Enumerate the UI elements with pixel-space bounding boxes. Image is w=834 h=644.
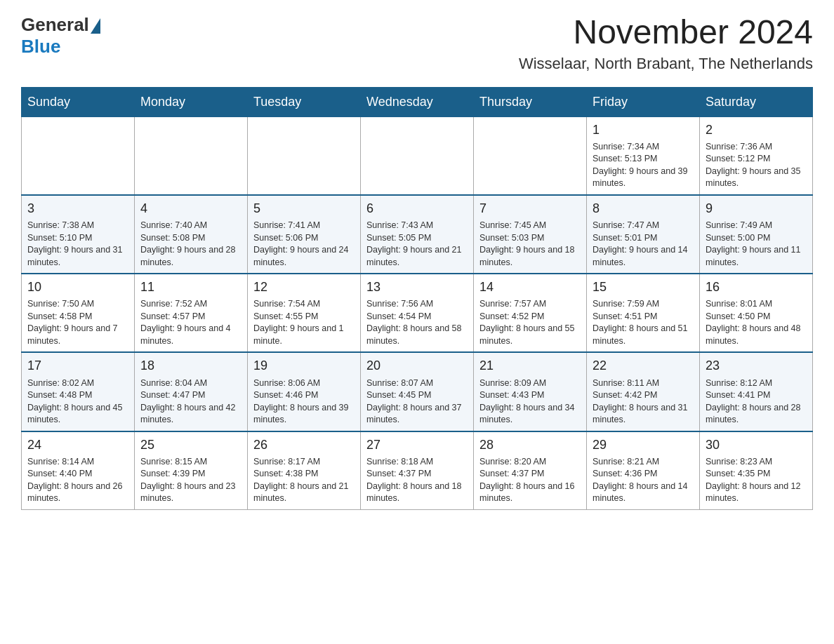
title-block: November 2024 Wisselaar, North Brabant, …: [519, 14, 813, 73]
column-header-saturday: Saturday: [700, 87, 813, 116]
calendar-week-row: 24Sunrise: 8:14 AM Sunset: 4:40 PM Dayli…: [22, 431, 813, 510]
logo-general-text: General: [21, 14, 89, 36]
day-info: Sunrise: 7:59 AM Sunset: 4:51 PM Dayligh…: [593, 298, 694, 347]
calendar-cell: 30Sunrise: 8:23 AM Sunset: 4:35 PM Dayli…: [700, 431, 813, 510]
day-info: Sunrise: 7:45 AM Sunset: 5:03 PM Dayligh…: [479, 220, 581, 269]
day-number: 16: [706, 279, 807, 296]
day-number: 11: [140, 279, 241, 296]
day-info: Sunrise: 8:07 AM Sunset: 4:45 PM Dayligh…: [366, 377, 468, 427]
day-number: 30: [706, 436, 807, 454]
month-year-title: November 2024: [519, 14, 813, 51]
calendar-cell: 17Sunrise: 8:02 AM Sunset: 4:48 PM Dayli…: [22, 352, 135, 431]
calendar-cell: 26Sunrise: 8:17 AM Sunset: 4:38 PM Dayli…: [248, 431, 361, 510]
day-info: Sunrise: 7:50 AM Sunset: 4:58 PM Dayligh…: [27, 298, 128, 347]
day-number: 7: [479, 200, 581, 217]
day-info: Sunrise: 7:38 AM Sunset: 5:10 PM Dayligh…: [27, 220, 128, 269]
day-info: Sunrise: 8:15 AM Sunset: 4:39 PM Dayligh…: [140, 456, 241, 505]
calendar-cell: [135, 116, 248, 195]
calendar-cell: 8Sunrise: 7:47 AM Sunset: 5:01 PM Daylig…: [587, 195, 700, 274]
calendar-cell: 29Sunrise: 8:21 AM Sunset: 4:36 PM Dayli…: [587, 431, 700, 510]
calendar-cell: 23Sunrise: 8:12 AM Sunset: 4:41 PM Dayli…: [700, 352, 813, 431]
day-info: Sunrise: 7:34 AM Sunset: 5:13 PM Dayligh…: [593, 141, 694, 190]
day-info: Sunrise: 8:12 AM Sunset: 4:41 PM Dayligh…: [706, 377, 807, 427]
day-number: 8: [593, 200, 694, 217]
day-number: 25: [140, 436, 241, 454]
column-header-wednesday: Wednesday: [361, 87, 474, 116]
column-header-friday: Friday: [587, 87, 700, 116]
day-info: Sunrise: 7:52 AM Sunset: 4:57 PM Dayligh…: [140, 298, 241, 347]
day-info: Sunrise: 8:02 AM Sunset: 4:48 PM Dayligh…: [27, 377, 128, 427]
day-info: Sunrise: 7:40 AM Sunset: 5:08 PM Dayligh…: [140, 220, 241, 269]
calendar-cell: 10Sunrise: 7:50 AM Sunset: 4:58 PM Dayli…: [22, 274, 135, 352]
day-info: Sunrise: 7:54 AM Sunset: 4:55 PM Dayligh…: [253, 298, 355, 347]
day-info: Sunrise: 8:23 AM Sunset: 4:35 PM Dayligh…: [706, 456, 807, 505]
calendar-cell: 15Sunrise: 7:59 AM Sunset: 4:51 PM Dayli…: [587, 274, 700, 352]
calendar-cell: 6Sunrise: 7:43 AM Sunset: 5:05 PM Daylig…: [361, 195, 474, 274]
logo: General Blue: [21, 14, 100, 58]
day-info: Sunrise: 8:17 AM Sunset: 4:38 PM Dayligh…: [253, 456, 355, 505]
day-info: Sunrise: 8:20 AM Sunset: 4:37 PM Dayligh…: [479, 456, 581, 505]
day-number: 22: [593, 357, 694, 375]
day-number: 14: [479, 279, 581, 296]
day-number: 17: [27, 357, 128, 375]
page-header: General Blue November 2024 Wisselaar, No…: [21, 14, 813, 73]
calendar-cell: 11Sunrise: 7:52 AM Sunset: 4:57 PM Dayli…: [135, 274, 248, 352]
location-subtitle: Wisselaar, North Brabant, The Netherland…: [519, 55, 813, 73]
day-info: Sunrise: 7:41 AM Sunset: 5:06 PM Dayligh…: [253, 220, 355, 269]
calendar-cell: 1Sunrise: 7:34 AM Sunset: 5:13 PM Daylig…: [587, 116, 700, 195]
column-header-monday: Monday: [135, 87, 248, 116]
day-info: Sunrise: 8:01 AM Sunset: 4:50 PM Dayligh…: [706, 298, 807, 347]
calendar-cell: 7Sunrise: 7:45 AM Sunset: 5:03 PM Daylig…: [474, 195, 587, 274]
day-number: 26: [253, 436, 355, 454]
calendar-cell: 21Sunrise: 8:09 AM Sunset: 4:43 PM Dayli…: [474, 352, 587, 431]
calendar-cell: 19Sunrise: 8:06 AM Sunset: 4:46 PM Dayli…: [248, 352, 361, 431]
day-info: Sunrise: 8:14 AM Sunset: 4:40 PM Dayligh…: [27, 456, 128, 505]
calendar-table: SundayMondayTuesdayWednesdayThursdayFrid…: [21, 87, 813, 510]
day-info: Sunrise: 7:43 AM Sunset: 5:05 PM Dayligh…: [366, 220, 468, 269]
day-number: 15: [593, 279, 694, 296]
day-info: Sunrise: 8:11 AM Sunset: 4:42 PM Dayligh…: [593, 377, 694, 427]
calendar-cell: 24Sunrise: 8:14 AM Sunset: 4:40 PM Dayli…: [22, 431, 135, 510]
day-number: 27: [366, 436, 468, 454]
calendar-week-row: 3Sunrise: 7:38 AM Sunset: 5:10 PM Daylig…: [22, 195, 813, 274]
day-info: Sunrise: 7:57 AM Sunset: 4:52 PM Dayligh…: [479, 298, 581, 347]
day-number: 9: [706, 200, 807, 217]
day-info: Sunrise: 8:09 AM Sunset: 4:43 PM Dayligh…: [479, 377, 581, 427]
day-info: Sunrise: 8:04 AM Sunset: 4:47 PM Dayligh…: [140, 377, 241, 427]
day-info: Sunrise: 7:56 AM Sunset: 4:54 PM Dayligh…: [366, 298, 468, 347]
logo-blue-text: Blue: [21, 36, 60, 58]
day-number: 23: [706, 357, 807, 375]
calendar-cell: 22Sunrise: 8:11 AM Sunset: 4:42 PM Dayli…: [587, 352, 700, 431]
calendar-cell: 20Sunrise: 8:07 AM Sunset: 4:45 PM Dayli…: [361, 352, 474, 431]
calendar-cell: 2Sunrise: 7:36 AM Sunset: 5:12 PM Daylig…: [700, 116, 813, 195]
logo-triangle-icon: [91, 18, 100, 34]
calendar-cell: 9Sunrise: 7:49 AM Sunset: 5:00 PM Daylig…: [700, 195, 813, 274]
calendar-cell: [22, 116, 135, 195]
day-info: Sunrise: 7:49 AM Sunset: 5:00 PM Dayligh…: [706, 220, 807, 269]
day-number: 21: [479, 357, 581, 375]
day-number: 12: [253, 279, 355, 296]
calendar-cell: [361, 116, 474, 195]
calendar-cell: 14Sunrise: 7:57 AM Sunset: 4:52 PM Dayli…: [474, 274, 587, 352]
calendar-cell: [248, 116, 361, 195]
calendar-cell: 4Sunrise: 7:40 AM Sunset: 5:08 PM Daylig…: [135, 195, 248, 274]
column-header-tuesday: Tuesday: [248, 87, 361, 116]
day-number: 24: [27, 436, 128, 454]
day-info: Sunrise: 8:06 AM Sunset: 4:46 PM Dayligh…: [253, 377, 355, 427]
day-number: 6: [366, 200, 468, 217]
day-info: Sunrise: 7:36 AM Sunset: 5:12 PM Dayligh…: [706, 141, 807, 190]
day-number: 29: [593, 436, 694, 454]
calendar-cell: 3Sunrise: 7:38 AM Sunset: 5:10 PM Daylig…: [22, 195, 135, 274]
calendar-header-row: SundayMondayTuesdayWednesdayThursdayFrid…: [22, 87, 813, 116]
calendar-week-row: 1Sunrise: 7:34 AM Sunset: 5:13 PM Daylig…: [22, 116, 813, 195]
day-number: 19: [253, 357, 355, 375]
day-number: 1: [593, 121, 694, 139]
calendar-week-row: 17Sunrise: 8:02 AM Sunset: 4:48 PM Dayli…: [22, 352, 813, 431]
calendar-cell: [474, 116, 587, 195]
day-number: 10: [27, 279, 128, 296]
calendar-cell: 13Sunrise: 7:56 AM Sunset: 4:54 PM Dayli…: [361, 274, 474, 352]
day-number: 5: [253, 200, 355, 217]
calendar-cell: 18Sunrise: 8:04 AM Sunset: 4:47 PM Dayli…: [135, 352, 248, 431]
day-number: 18: [140, 357, 241, 375]
column-header-sunday: Sunday: [22, 87, 135, 116]
